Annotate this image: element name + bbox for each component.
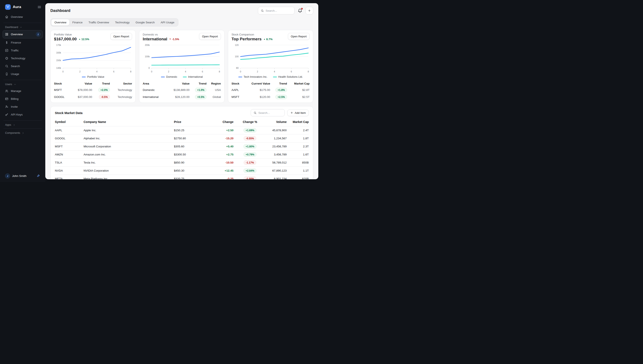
change-pct-cell: +1.80%	[234, 142, 266, 150]
svg-text:120: 120	[235, 44, 239, 46]
open-report-button[interactable]: Open Report	[199, 33, 221, 40]
add-item-button[interactable]: Add Item	[287, 110, 309, 116]
sidebar-item-label: Invite	[11, 105, 18, 108]
chart-legend: Portfolio Value	[54, 76, 132, 78]
users-icon	[5, 89, 9, 93]
sidebar-item-search[interactable]: Search	[3, 62, 43, 70]
divider	[4, 128, 42, 129]
section-label-components[interactable]: Components	[5, 132, 42, 134]
symbol-cell: AAPL	[55, 126, 84, 134]
sidebar-item-label: Search	[11, 64, 20, 68]
sidebar-item-billing[interactable]: Billing	[3, 95, 43, 102]
symbol-cell: META	[55, 175, 84, 179]
column-header: Current Value	[243, 80, 270, 86]
trend-pill: +0.79%	[244, 152, 257, 157]
cell: AAPL	[232, 86, 243, 94]
add-button[interactable]	[306, 7, 313, 14]
tab-api-usage[interactable]: API Usage	[158, 19, 177, 26]
change-cell: +12.45	[206, 167, 234, 175]
plus-icon	[308, 9, 311, 12]
tab-technology[interactable]: Technology	[112, 19, 132, 26]
cell: $138,889.00	[166, 86, 190, 94]
cell: MSFT	[54, 86, 70, 94]
line-chart: 200k100k002468	[143, 43, 221, 76]
summary-cards: Portfolio Value$167,000.00▲12.5%Open Rep…	[50, 30, 313, 103]
paintbrush-icon[interactable]	[36, 174, 40, 178]
notifications-button[interactable]	[298, 8, 303, 13]
open-report-button[interactable]: Open Report	[110, 33, 132, 40]
dollar-icon	[5, 41, 9, 44]
triangle-down-icon: ▼	[169, 38, 171, 40]
cell: Domestic	[143, 86, 166, 94]
svg-text:100: 100	[235, 55, 239, 58]
dashboard-tabs: OverviewFinanceTraffic OverviewTechnolog…	[50, 18, 178, 26]
company-cell: Apple Inc.	[84, 126, 174, 134]
sidebar-item-overview[interactable]: Overview2	[3, 30, 43, 38]
sidebar-item-usage[interactable]: Usage	[3, 70, 43, 78]
cell: +2.0%	[92, 86, 110, 94]
phone-icon	[5, 72, 9, 76]
column-header-change: Change	[206, 118, 234, 126]
tab-finance[interactable]: Finance	[69, 19, 86, 26]
sidebar-item-technology[interactable]: Technology	[3, 54, 43, 62]
tab-google-search[interactable]: Google Search	[132, 19, 158, 26]
volume-cell: 1,234,567	[266, 134, 287, 142]
cell: $37,000.00	[70, 94, 92, 100]
cell: $175.00	[243, 86, 270, 94]
sidebar-item-finance[interactable]: Finance	[3, 39, 43, 46]
delta-up: ▲8.7%	[264, 38, 273, 41]
cell: -0.5%	[92, 94, 110, 100]
section-label-dashboard[interactable]: Dashboard	[5, 26, 42, 29]
sidebar-item-manage[interactable]: Manage	[3, 87, 43, 95]
menu-icon[interactable]	[37, 5, 42, 9]
price-cell: $305.60	[174, 142, 206, 150]
volume-cell: 23,456,789	[266, 142, 287, 150]
svg-text:2: 2	[79, 70, 81, 73]
market-cap-cell: 1.8T	[287, 134, 309, 142]
tab-traffic-overview[interactable]: Traffic Overview	[86, 19, 112, 26]
sidebar-item-api-keys[interactable]: API Keys	[3, 111, 43, 118]
column-header: Market Cap	[287, 80, 310, 86]
symbol-cell: NVDA	[55, 167, 84, 175]
table-search-input[interactable]	[258, 111, 282, 114]
svg-text:80: 80	[236, 67, 239, 69]
company-cell: Alphabet Inc.	[84, 134, 174, 142]
price-cell: $150.25	[174, 126, 206, 134]
sidebar-item-traffic[interactable]: Traffic	[3, 47, 43, 54]
cell: USA	[206, 86, 221, 94]
legend-swatch	[161, 77, 165, 78]
chevron-down-icon	[20, 26, 22, 29]
search-input[interactable]	[266, 9, 292, 12]
legend-item: Health Solutions Ltd.	[273, 76, 303, 78]
sidebar-item-label: Billing	[11, 97, 19, 100]
stock-row-msft: MSFTMicrosoft Corporation$305.60+5.40+1.…	[55, 142, 309, 150]
open-report-button[interactable]: Open Report	[288, 33, 310, 40]
user-profile[interactable]: J John Smith	[4, 173, 42, 179]
sidebar-item-label: Technology	[11, 57, 25, 60]
triangle-up-icon: ▲	[264, 38, 265, 40]
sidebar-item-invite[interactable]: Invite	[3, 103, 43, 110]
svg-text:0: 0	[240, 70, 241, 73]
sidebar-item-overview[interactable]: Overview	[3, 13, 43, 20]
svg-text:150k: 150k	[56, 59, 61, 62]
svg-text:0: 0	[151, 70, 152, 73]
svg-text:0: 0	[149, 67, 150, 69]
table-row: AAPL$175.00+1.8%$2.8T	[232, 86, 310, 94]
section-label-users[interactable]: Users	[5, 83, 42, 86]
user-name: John Smith	[12, 174, 27, 178]
tab-overview[interactable]: Overview	[52, 19, 69, 26]
trend-pill: -0.55%	[244, 136, 256, 140]
market-cap-cell: 2.3T	[287, 142, 309, 150]
column-header: Value	[166, 80, 190, 86]
triangle-up-icon: ▲	[79, 38, 81, 40]
cell: Global	[206, 94, 221, 100]
section-label-apps[interactable]: Apps	[5, 124, 42, 126]
svg-text:8: 8	[130, 70, 131, 73]
trend-pill: +0.5%	[195, 95, 206, 99]
column-header: Stock	[232, 80, 243, 86]
change-cell: +2.50	[206, 126, 234, 134]
legend-item: Domestic	[161, 76, 177, 78]
legend-swatch	[183, 77, 187, 78]
trend-pill: -1.00%	[244, 176, 256, 179]
svg-text:4: 4	[185, 70, 186, 73]
